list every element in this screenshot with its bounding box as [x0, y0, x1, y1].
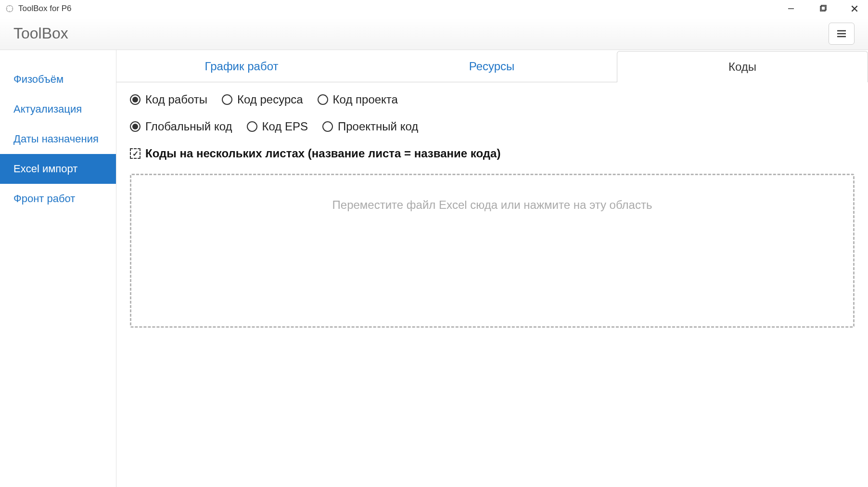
radio-globalny-kod[interactable]: Глобальный код: [130, 120, 232, 133]
radio-icon: [247, 121, 257, 132]
radio-kod-raboty[interactable]: Код работы: [130, 93, 207, 106]
close-button[interactable]: [846, 0, 863, 17]
content: Физобъём Актуализация Даты назначения Ex…: [0, 50, 868, 487]
window-title: ToolBox for P6: [18, 4, 782, 13]
checkbox-label: Коды на нескольких листах (название лист…: [145, 147, 500, 160]
titlebar: ToolBox for P6: [0, 0, 868, 17]
radio-proektny-kod[interactable]: Проектный код: [322, 120, 418, 133]
radio-kod-resursa[interactable]: Код ресурса: [222, 93, 303, 106]
radio-kod-proekta[interactable]: Код проекта: [318, 93, 398, 106]
sidebar-item-daty[interactable]: Даты назначения: [0, 124, 116, 154]
sidebar-item-front-rabot[interactable]: Фронт работ: [0, 184, 116, 214]
file-dropzone[interactable]: Переместите файл Excel сюда или нажмите …: [130, 174, 855, 328]
sidebar: Физобъём Актуализация Даты назначения Ex…: [0, 50, 116, 487]
tabs: График работ Ресурсы Коды: [116, 51, 868, 82]
app-icon: [5, 4, 14, 13]
minimize-button[interactable]: [782, 0, 800, 17]
header: ToolBox: [0, 17, 868, 50]
tab-grafik-rabot[interactable]: График работ: [116, 51, 367, 82]
radio-label: Проектный код: [338, 120, 418, 133]
radio-label: Код проекта: [333, 93, 398, 106]
sidebar-item-aktualizaciya[interactable]: Актуализация: [0, 94, 116, 124]
sidebar-item-fizobem[interactable]: Физобъём: [0, 64, 116, 94]
app-title: ToolBox: [13, 25, 829, 42]
checkbox-icon: [130, 148, 140, 159]
main-panel: График работ Ресурсы Коды Код работы Код…: [116, 50, 868, 487]
radio-label: Код ресурса: [237, 93, 303, 106]
radio-icon: [222, 94, 232, 105]
sidebar-item-excel-import[interactable]: Excel импорт: [0, 154, 116, 184]
radio-icon: [130, 94, 140, 105]
tab-kody[interactable]: Коды: [617, 51, 868, 82]
radio-icon: [322, 121, 333, 132]
radio-label: Код EPS: [262, 120, 308, 133]
radio-label: Глобальный код: [145, 120, 232, 133]
window-controls: [782, 0, 863, 17]
menu-button[interactable]: [829, 23, 855, 45]
dropzone-text: Переместите файл Excel сюда или нажмите …: [131, 198, 853, 212]
radio-label: Код работы: [145, 93, 207, 106]
radio-kod-eps[interactable]: Код EPS: [247, 120, 308, 133]
radio-icon: [318, 94, 328, 105]
radio-group-code-type: Код работы Код ресурса Код проекта Глоба…: [116, 82, 868, 133]
checkbox-multi-sheets[interactable]: Коды на нескольких листах (название лист…: [116, 147, 868, 160]
radio-icon: [130, 121, 140, 132]
maximize-button[interactable]: [814, 0, 831, 17]
tab-resursy[interactable]: Ресурсы: [367, 51, 617, 82]
